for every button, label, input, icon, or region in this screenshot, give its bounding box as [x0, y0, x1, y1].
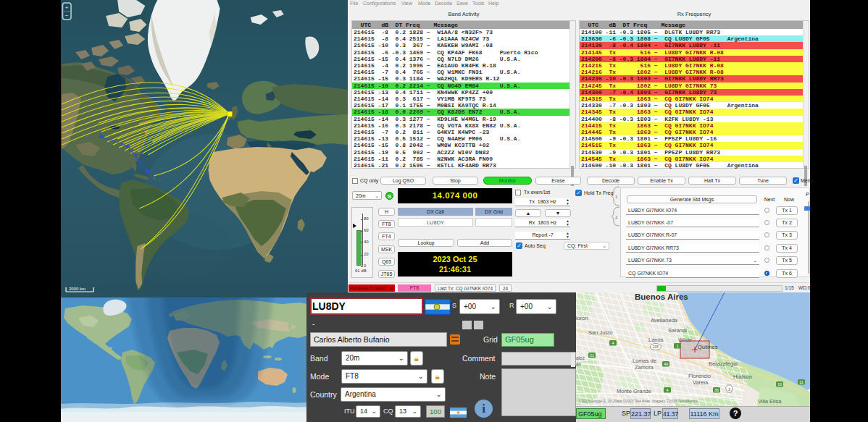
- svg-text:21: 21: [590, 353, 594, 358]
- svg-text:4: 4: [612, 341, 614, 345]
- svg-text:Wilde: Wilde: [678, 337, 692, 343]
- svg-text:205: 205: [653, 345, 659, 349]
- svg-text:Quilmes: Quilmes: [698, 344, 718, 350]
- svg-text:Varela: Varela: [693, 379, 709, 386]
- svg-text:Zamora: Zamora: [635, 364, 654, 371]
- svg-text:49: 49: [664, 362, 668, 366]
- svg-text:2000 km: 2000 km: [69, 287, 85, 291]
- svg-text:ález: ález: [576, 355, 585, 360]
- svg-text:©2023 Google E..20.20ata ©2023: ©2023 Google E..20.20ata ©2023 Tele Atla…: [579, 399, 698, 403]
- svg-text:Buenos Aires: Buenos Aires: [635, 292, 688, 301]
- svg-text:Lanús: Lanús: [648, 337, 664, 343]
- svg-text:1: 1: [676, 344, 678, 348]
- svg-text:Avellaneda: Avellaneda: [651, 317, 678, 324]
- svg-text:Hudson: Hudson: [733, 374, 752, 380]
- svg-text:Monte Grande: Monte Grande: [617, 388, 651, 394]
- svg-text:Sarandi: Sarandi: [668, 327, 687, 334]
- svg-text:4: 4: [666, 388, 668, 392]
- svg-text:án: án: [576, 361, 582, 366]
- svg-text:1: 1: [615, 195, 618, 199]
- svg-text:lorón: lorón: [576, 315, 588, 321]
- svg-text:−: −: [65, 12, 69, 19]
- svg-text:+: +: [65, 4, 69, 11]
- svg-text:19: 19: [777, 382, 782, 387]
- svg-text:Florencio: Florencio: [688, 373, 711, 379]
- svg-text:3: 3: [728, 387, 730, 392]
- svg-text:San Justo: San Justo: [588, 329, 612, 336]
- svg-text:Villa Elisa: Villa Elisa: [758, 398, 782, 405]
- svg-text:Lomas de: Lomas de: [633, 358, 656, 364]
- svg-text:Berazategui: Berazategui: [709, 360, 738, 367]
- svg-text:11: 11: [799, 380, 804, 384]
- svg-text:36: 36: [714, 388, 719, 392]
- svg-text:2: 2: [615, 215, 618, 219]
